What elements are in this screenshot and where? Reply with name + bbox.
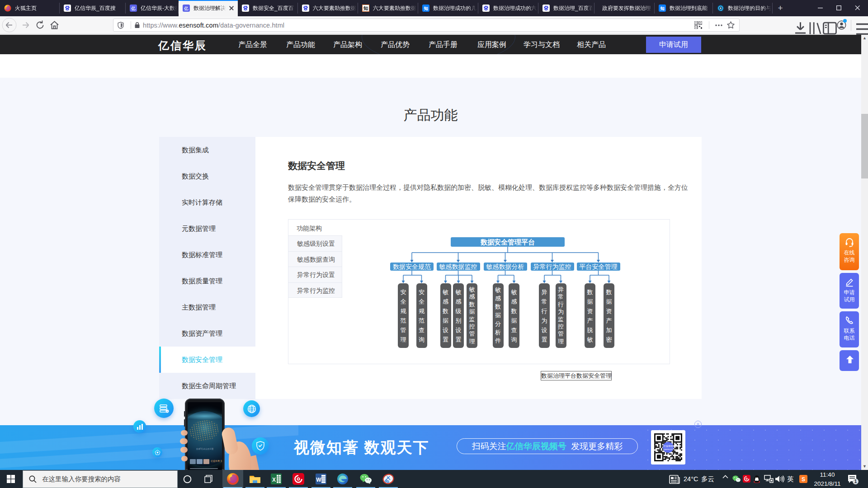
weather-temperature[interactable]: 24°C xyxy=(684,470,698,488)
apply-trial-button[interactable]: 申请试用 xyxy=(646,37,701,53)
sidebar-item-5[interactable]: 数据标准管理 xyxy=(159,242,255,268)
taskbar-app-snip[interactable] xyxy=(378,470,399,488)
clock-date: 2021/8/11 xyxy=(809,480,845,488)
browser-tab-11[interactable]: 政府要发挥数据治理 xyxy=(594,0,655,16)
sidebar-item-6[interactable]: 数据质量管理 xyxy=(159,268,255,294)
browser-tab-10[interactable]: du数据治理_百度百 xyxy=(538,0,594,16)
org-root-box: 数据安全管理平台 xyxy=(451,237,565,247)
browser-tab-8[interactable]: 知数据治理成功的几 xyxy=(418,0,478,16)
tray-netease-icon[interactable] xyxy=(743,475,750,483)
tray-network-icon[interactable] xyxy=(764,475,774,483)
taskbar-app-edge[interactable] xyxy=(332,470,353,488)
phone-button1 xyxy=(184,411,185,417)
browser-tab-9[interactable]: du数据治理成功的六 xyxy=(478,0,538,16)
browser-tab-13[interactable]: 数据治理的目的与 xyxy=(713,0,773,16)
banner-pill[interactable]: 扫码关注亿信华辰视频号 发现更多精彩 xyxy=(457,438,638,454)
toolbar-separator xyxy=(851,20,851,31)
browser-tab-7[interactable]: 知六大要素助推数据 xyxy=(358,0,418,16)
contact-phone-button[interactable]: 联系电话 xyxy=(840,311,859,347)
tray-expand-icon[interactable] xyxy=(722,475,728,479)
nav-item-8[interactable]: 相关产品 xyxy=(577,35,606,54)
sidebar-item-1[interactable]: 数据集成 xyxy=(159,137,255,163)
promo-banner: 视微知著 数观天下 扫码关注亿信华辰视频号 发现更多精彩 亿信华辰ESENSOF… xyxy=(0,425,868,470)
weather-condition[interactable]: 多云 xyxy=(701,470,714,488)
browser-tab-1[interactable]: 火狐主页 xyxy=(0,0,60,16)
svg-text:S: S xyxy=(802,476,805,483)
back-to-top-button[interactable] xyxy=(840,350,859,371)
ime-indicator[interactable]: 英 xyxy=(787,470,794,488)
taskbar-app-explorer[interactable] xyxy=(245,470,265,488)
qr-scan-icon[interactable] xyxy=(694,21,702,29)
shield-icon[interactable] xyxy=(118,22,124,29)
taskbar-app-excel[interactable]: X xyxy=(266,470,287,488)
forward-button[interactable] xyxy=(18,18,33,33)
sidebar-item-9-active[interactable]: 数据安全管理 xyxy=(159,347,255,373)
sidebar-item-10[interactable]: 数据生命周期管理 xyxy=(159,373,255,399)
browser-tab-bar: + 火狐主页du亿信华辰_百度搜亿亿信华辰-大数据亿数据治理解决du数据安全_百… xyxy=(0,0,868,16)
online-consult-button[interactable]: 在线咨询 xyxy=(840,233,859,270)
sidebar-item-3[interactable]: 实时计算存储 xyxy=(159,189,255,216)
taskbar-app-wechat[interactable] xyxy=(355,470,376,488)
site-logo[interactable]: 亿信华辰 xyxy=(158,38,207,53)
nav-item-1[interactable]: 产品全景 xyxy=(238,35,267,54)
library-icon[interactable] xyxy=(808,21,823,36)
nav-item-2[interactable]: 产品功能 xyxy=(286,35,315,54)
tray-sogou-icon[interactable]: S xyxy=(799,475,807,483)
sidebar-item-7[interactable]: 主数据管理 xyxy=(159,294,255,320)
browser-tab-4-active[interactable]: 亿数据治理解决 xyxy=(179,0,238,16)
nav-item-7[interactable]: 学习与文档 xyxy=(524,35,560,54)
taskbar-app-netease[interactable] xyxy=(288,470,309,488)
bookmark-star-icon[interactable] xyxy=(727,21,735,29)
tray-wechat-icon[interactable] xyxy=(732,475,741,483)
browser-tab-12[interactable]: 知数据治理到底能 xyxy=(655,0,713,16)
page-scrollbar[interactable]: ▲ ▼ xyxy=(861,35,868,470)
page-actions-icon[interactable] xyxy=(715,24,722,26)
home-button[interactable] xyxy=(47,18,62,33)
news-widget-icon[interactable] xyxy=(669,475,680,485)
scrollbar-down-arrow[interactable]: ▼ xyxy=(861,463,868,470)
nav-item-3[interactable]: 产品架构 xyxy=(333,35,362,54)
org-leaf-box-2-3: 敏感数据监控管理 xyxy=(467,283,477,348)
taskbar-app-firefox[interactable] xyxy=(222,470,243,488)
taskbar-clock[interactable]: 11:40 2021/8/11 xyxy=(809,470,845,488)
notification-center-icon[interactable]: 1 xyxy=(847,474,857,484)
browser-tab-2[interactable]: du亿信华辰_百度搜 xyxy=(60,0,126,16)
tab-close-icon[interactable] xyxy=(228,5,235,12)
org-leaf-box-3-2: 敏感数据查询 xyxy=(509,283,519,348)
trial-apply-button[interactable]: 申请试用 xyxy=(840,273,859,309)
browser-tab-6[interactable]: du六大要素助推数据 xyxy=(298,0,358,16)
baidu-favicon-icon: du xyxy=(542,5,550,12)
reload-button[interactable] xyxy=(33,18,47,33)
sidebar-item-4[interactable]: 元数据管理 xyxy=(159,216,255,242)
browser-tab-5[interactable]: du数据安全_百度百 xyxy=(238,0,298,16)
lock-icon[interactable] xyxy=(134,22,140,28)
browser-tab-3[interactable]: 亿亿信华辰-大数据 xyxy=(126,0,179,16)
new-tab-button[interactable]: + xyxy=(775,3,786,14)
scrollbar-thumb[interactable] xyxy=(861,114,868,178)
window-close-button[interactable] xyxy=(847,0,868,16)
cortana-icon[interactable] xyxy=(183,475,192,483)
taskbar: 在这里输入你要搜索的内容 XW S24°C多云英 11:40 2021/8/11… xyxy=(0,470,868,488)
task-view-icon[interactable] xyxy=(204,475,213,483)
scrollbar-up-arrow[interactable]: ▲ xyxy=(861,35,868,42)
sidebar-item-2[interactable]: 数据交换 xyxy=(159,163,255,189)
url-bar[interactable]: https://www.esensoft.com/data-governance… xyxy=(113,19,740,32)
start-button[interactable] xyxy=(7,475,15,483)
window-minimize-button[interactable] xyxy=(810,0,831,16)
sidebar-item-8[interactable]: 数据资产管理 xyxy=(159,320,255,347)
nav-item-5[interactable]: 产品手册 xyxy=(429,35,458,54)
banner-close-button[interactable] xyxy=(694,421,702,428)
tray-qq-icon[interactable] xyxy=(753,475,761,483)
nav-item-6[interactable]: 应用案例 xyxy=(477,35,506,54)
taskbar-app-word[interactable]: W xyxy=(311,470,331,488)
url-text[interactable]: https://www.esensoft.com/data-governance… xyxy=(143,22,284,29)
tray-volume-icon[interactable] xyxy=(775,475,784,483)
nav-item-4[interactable]: 产品优势 xyxy=(381,35,410,54)
sidebar-toggle-icon[interactable] xyxy=(822,21,837,36)
server-icon xyxy=(154,399,174,418)
downloads-icon[interactable] xyxy=(793,21,808,36)
taskbar-search-box[interactable]: 在这里输入你要搜索的内容 xyxy=(23,470,178,488)
account-icon[interactable] xyxy=(837,20,847,30)
back-button[interactable] xyxy=(2,18,17,33)
window-maximize-button[interactable] xyxy=(829,0,849,16)
